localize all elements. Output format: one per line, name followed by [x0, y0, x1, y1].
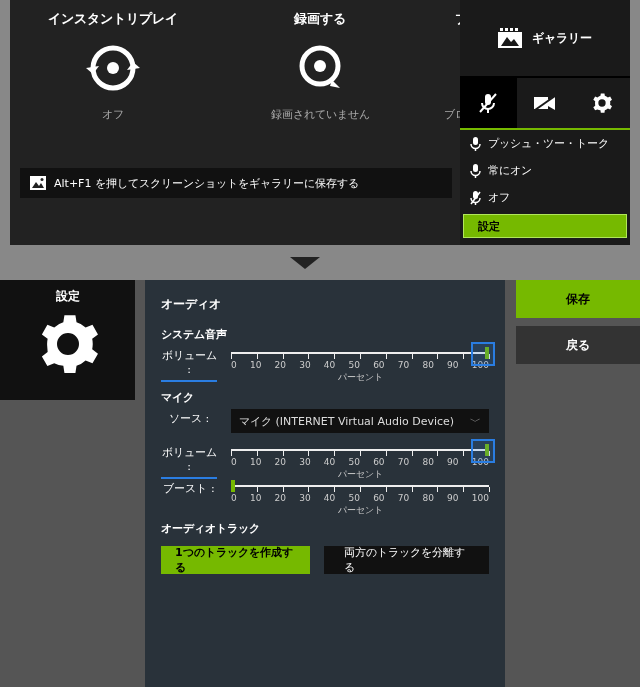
mic-boost-unit: パーセント — [231, 504, 489, 517]
settings-action-buttons: 保存 戻る — [516, 280, 640, 372]
audio-track-buttons: 1つのトラックを作成する 両方のトラックを分離する — [161, 546, 489, 574]
system-audio-title: システム音声 — [161, 327, 489, 342]
settings-tab[interactable] — [573, 78, 630, 128]
chevron-down-icon — [290, 257, 320, 269]
gallery-button[interactable]: ギャラリー — [460, 0, 630, 78]
mic-icon — [470, 137, 481, 151]
sidebar-settings-tile[interactable]: 設定 — [0, 280, 135, 400]
svg-rect-14 — [500, 28, 503, 31]
instant-replay-status: オフ — [102, 108, 124, 122]
system-volume-label: ボリューム : — [161, 346, 217, 382]
audio-header: オーディオ — [161, 296, 489, 313]
mic-push-to-talk[interactable]: プッシュ・ツー・トーク — [460, 130, 630, 157]
svg-rect-17 — [515, 28, 518, 31]
instant-replay-tile[interactable]: インスタントリプレイ オフ — [10, 0, 217, 160]
side-tab-row — [460, 78, 630, 130]
instant-replay-title: インスタントリプレイ — [48, 10, 178, 32]
save-button[interactable]: 保存 — [516, 280, 640, 318]
svg-point-5 — [314, 60, 326, 72]
mic-muted-icon — [470, 191, 481, 205]
gear-icon — [591, 92, 613, 114]
split-tracks-button[interactable]: 両方のトラックを分離する — [324, 546, 489, 574]
camera-tab[interactable] — [517, 78, 574, 128]
system-volume-row: ボリューム : 0102030405060708090100 パーセント — [161, 346, 489, 382]
mic-volume-slider[interactable]: 0102030405060708090100 パーセント — [231, 445, 489, 479]
svg-rect-16 — [510, 28, 513, 31]
mic-title: マイク — [161, 390, 489, 405]
mic-boost-row: ブースト : 0102030405060708090100 パーセント — [161, 479, 489, 515]
svg-marker-1 — [127, 62, 140, 70]
screenshot-hint-text: Alt+F1 を押してスクリーンショットをギャラリーに保存する — [54, 176, 359, 191]
mic-settings-item[interactable]: 設定 — [463, 214, 627, 238]
instant-replay-icon — [85, 32, 141, 104]
record-status: 録画されていません — [271, 108, 370, 122]
svg-rect-27 — [473, 164, 478, 172]
mic-muted-icon — [477, 92, 499, 114]
sidebar-settings-title: 設定 — [56, 288, 80, 305]
image-icon — [30, 176, 46, 190]
mic-tab[interactable] — [460, 78, 517, 128]
focus-indicator — [471, 439, 495, 463]
mic-volume-label: ボリューム : — [161, 443, 217, 479]
mic-source-select[interactable]: マイク (INTERNET Virtual Audio Device) ﹀ — [231, 409, 489, 433]
share-overlay-panel: インスタントリプレイ オフ 録画する 録画されていません ブロードキャストライブ… — [10, 0, 630, 245]
svg-rect-25 — [473, 137, 478, 145]
gallery-label: ギャラリー — [532, 30, 592, 47]
chevron-down-icon: ﹀ — [470, 414, 481, 429]
audio-settings-main: オーディオ システム音声 ボリューム : 0102030405060708090… — [145, 280, 505, 687]
record-tile[interactable]: 録画する 録画されていません — [217, 0, 424, 160]
settings-panel: 設定 オーディオ システム音声 ボリューム : 0102030405060708… — [0, 280, 640, 687]
gallery-icon — [498, 28, 522, 48]
audio-track-title: オーディオトラック — [161, 521, 489, 536]
mic-icon — [470, 164, 481, 178]
camera-off-icon — [533, 94, 557, 112]
mic-always-label: 常にオン — [488, 163, 532, 178]
svg-rect-15 — [505, 28, 508, 31]
system-volume-unit: パーセント — [231, 371, 489, 384]
mic-off-label: オフ — [488, 190, 510, 205]
mic-source-row: ソース : マイク (INTERNET Virtual Audio Device… — [161, 409, 489, 433]
svg-marker-2 — [86, 66, 99, 74]
system-volume-slider[interactable]: 0102030405060708090100 パーセント — [231, 348, 489, 382]
focus-indicator — [471, 342, 495, 366]
mic-always-on[interactable]: 常にオン — [460, 157, 630, 184]
record-icon — [292, 32, 348, 104]
screenshot-hint[interactable]: Alt+F1 を押してスクリーンショットをギャラリーに保存する — [20, 168, 452, 198]
mic-source-value: マイク (INTERNET Virtual Audio Device) — [239, 414, 454, 429]
svg-point-12 — [41, 178, 44, 181]
svg-point-3 — [107, 62, 119, 74]
mic-boost-label: ブースト : — [161, 479, 217, 496]
back-button[interactable]: 戻る — [516, 326, 640, 364]
mic-boost-slider[interactable]: 0102030405060708090100 パーセント — [231, 481, 489, 515]
mic-off[interactable]: オフ — [460, 184, 630, 211]
mic-menu: プッシュ・ツー・トーク 常にオン オフ 設定 — [460, 130, 630, 241]
gear-icon — [35, 311, 101, 377]
mic-push-label: プッシュ・ツー・トーク — [488, 136, 609, 151]
record-title: 録画する — [294, 10, 346, 32]
side-panel: ギャラリー プッシュ・ツー・トーク — [460, 0, 630, 245]
create-single-track-button[interactable]: 1つのトラックを作成する — [161, 546, 310, 574]
mic-volume-row: ボリューム : 0102030405060708090100 パーセント — [161, 443, 489, 479]
mic-source-label: ソース : — [161, 409, 217, 426]
mic-settings-label: 設定 — [478, 219, 500, 234]
